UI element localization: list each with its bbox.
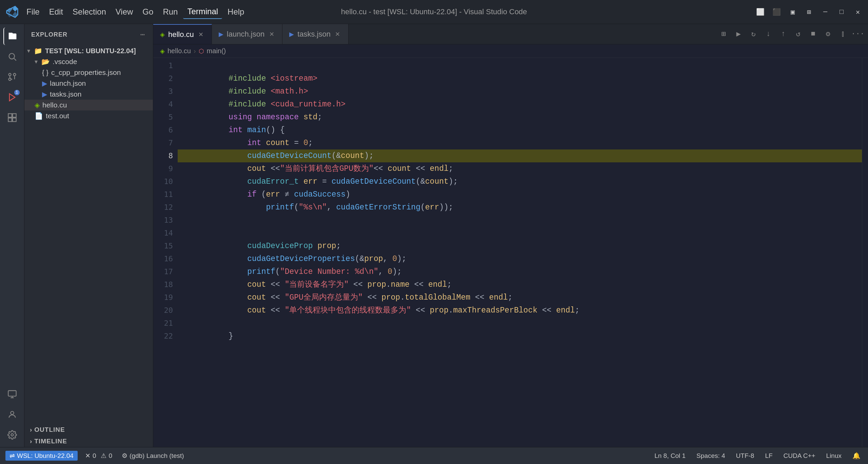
tab-hello-cu-close[interactable]: ✕ <box>197 31 205 38</box>
debug-launch-indicator[interactable]: ⚙ (gdb) Launch (test) <box>120 451 186 460</box>
tab-launch-json-label: launch.json <box>227 30 264 39</box>
launch-json-label: launch.json <box>50 79 86 87</box>
out-file-icon: 📄 <box>35 112 43 120</box>
root-label: TEST [WSL: UBUNTU-22.04] <box>45 47 136 55</box>
line-number-22: 22 <box>153 330 173 343</box>
layout-toggle-4[interactable]: ⊞ <box>804 7 814 17</box>
line-number-7: 7 <box>153 137 173 149</box>
outline-section-header[interactable]: › OUTLINE <box>24 424 153 436</box>
platform-indicator[interactable]: Linux <box>824 451 844 460</box>
line-number-10: 10 <box>153 175 173 188</box>
activity-search[interactable] <box>3 48 21 65</box>
tasks-json-label: tasks.json <box>50 90 81 98</box>
step-into-button[interactable]: ↑ <box>776 27 790 41</box>
keyword-include: #include <box>229 74 266 83</box>
spaces-label: Spaces: 4 <box>696 452 725 460</box>
menu-terminal[interactable]: Terminal <box>183 5 222 19</box>
tree-root[interactable]: ▾ 📁 TEST [WSL: UBUNTU-22.04] <box>24 45 153 56</box>
encoding-indicator[interactable]: UTF-8 <box>734 451 756 460</box>
line-number-12: 12 <box>153 201 173 214</box>
svg-rect-7 <box>13 114 16 117</box>
line-number-9: 9 <box>153 162 173 175</box>
svg-rect-10 <box>8 391 16 396</box>
timeline-section-header[interactable]: › TIMELINE <box>24 436 153 447</box>
activity-debug[interactable]: 1 <box>3 88 21 106</box>
statusbar-right: Ln 8, Col 1 Spaces: 4 UTF-8 LF CUDA C++ … <box>652 451 863 460</box>
tree-item-tasks-json[interactable]: ▶ tasks.json <box>24 89 153 100</box>
cursor-position[interactable]: Ln 8, Col 1 <box>652 451 688 460</box>
menu-run[interactable]: Run <box>159 5 182 19</box>
maximize-button[interactable]: □ <box>837 7 846 17</box>
breadcrumb-separator: › <box>194 47 196 55</box>
menu-edit[interactable]: Edit <box>45 5 67 19</box>
layout-toggle-1[interactable]: ⬜ <box>755 7 765 17</box>
line-number-8: ⮕ 8 <box>153 149 173 162</box>
run-button[interactable]: ▶ <box>732 27 745 41</box>
menu-help[interactable]: Help <box>223 5 248 19</box>
code-line-21: } <box>178 317 862 330</box>
line-number-18: 18 <box>153 278 173 291</box>
menu-selection[interactable]: Selection <box>68 5 110 19</box>
root-folder-icon: 📁 <box>34 47 42 55</box>
tab-hello-cu[interactable]: ◈ hello.cu ✕ <box>153 24 212 44</box>
layout-toggle-2[interactable]: ⬛ <box>772 7 781 17</box>
tasks-file-icon: ▶ <box>42 90 47 98</box>
breadcrumb-file[interactable]: hello.cu <box>167 47 191 55</box>
tree-item-launch-json[interactable]: ▶ launch.json <box>24 78 153 89</box>
svg-rect-8 <box>13 118 16 122</box>
errors-indicator[interactable]: ✕ 0 ⚠ 0 <box>83 451 114 460</box>
language-indicator[interactable]: CUDA C++ <box>782 451 817 460</box>
stop-button[interactable]: ↺ <box>791 27 805 41</box>
tab-launch-json[interactable]: ▶ launch.json ✕ <box>212 24 282 44</box>
menu-file[interactable]: File <box>22 5 44 19</box>
close-button[interactable]: ✕ <box>853 7 863 17</box>
layout-toggle-3[interactable]: ▣ <box>788 7 797 17</box>
line-number-1: 1 <box>153 59 173 72</box>
new-file-button[interactable]: ⋯ <box>139 29 146 41</box>
notifications-button[interactable]: 🔔 <box>850 451 863 460</box>
line-number-3: 3 <box>153 85 173 98</box>
cu-tab-icon: ◈ <box>160 31 165 38</box>
step-over-button[interactable]: ↓ <box>762 27 775 41</box>
sidebar: Explorer ⋯ ▾ 📁 TEST [WSL: UBUNTU-22.04] … <box>24 24 153 447</box>
timeline-label: TIMELINE <box>34 438 67 445</box>
split-editor-button[interactable]: ⫿ <box>836 27 850 41</box>
menu-go[interactable]: Go <box>138 5 157 19</box>
tree-item-vscode[interactable]: ▾ 📂 .vscode <box>24 56 153 67</box>
activity-explorer[interactable] <box>3 27 21 45</box>
wsl-indicator[interactable]: ⇌ WSL: Ubuntu-22.04 <box>5 451 78 461</box>
tab-tasks-json-close[interactable]: ✕ <box>334 31 341 38</box>
breadcrumb-fn-icon: ⬡ <box>199 47 204 55</box>
minimize-button[interactable]: ─ <box>821 7 830 17</box>
code-content[interactable]: #include <iostream> #include <math.h> #i… <box>178 58 862 447</box>
restart-button[interactable]: ↻ <box>747 27 760 41</box>
settings-button[interactable]: ⚙ <box>821 27 835 41</box>
breadcrumb-function[interactable]: main() <box>207 47 226 55</box>
debug-stop-button[interactable]: ■ <box>806 27 820 41</box>
svg-point-3 <box>13 74 16 76</box>
activity-settings[interactable] <box>3 426 21 444</box>
indentation-indicator[interactable]: Spaces: 4 <box>694 451 727 460</box>
menu-view[interactable]: View <box>112 5 137 19</box>
activity-remote[interactable] <box>3 385 21 403</box>
line-number-15: 15 <box>153 240 173 253</box>
cu-file-icon: ◈ <box>35 101 40 109</box>
hello-cu-label: hello.cu <box>42 101 67 109</box>
line-number-4: 4 <box>153 98 173 111</box>
platform-label: Linux <box>826 452 842 460</box>
app-logo <box>5 5 19 19</box>
tree-item-c-cpp-properties[interactable]: { } c_cpp_properties.json <box>24 67 153 78</box>
tree-item-test-out[interactable]: 📄 test.out <box>24 110 153 121</box>
tree-item-hello-cu[interactable]: ◈ hello.cu <box>24 100 153 110</box>
activity-source-control[interactable] <box>3 68 21 86</box>
layout-grid-button[interactable]: ⊞ <box>717 27 730 41</box>
activity-extensions[interactable] <box>3 109 21 126</box>
more-actions-button[interactable]: ··· <box>851 27 865 41</box>
line-ending-indicator[interactable]: LF <box>763 451 774 460</box>
line-number-16: 16 <box>153 253 173 265</box>
minimap <box>862 58 868 447</box>
code-line-1: #include <iostream> <box>178 59 862 72</box>
tab-tasks-json[interactable]: ▶ tasks.json ✕ <box>282 24 349 44</box>
tab-launch-json-close[interactable]: ✕ <box>268 31 275 38</box>
activity-accounts[interactable] <box>3 406 21 423</box>
